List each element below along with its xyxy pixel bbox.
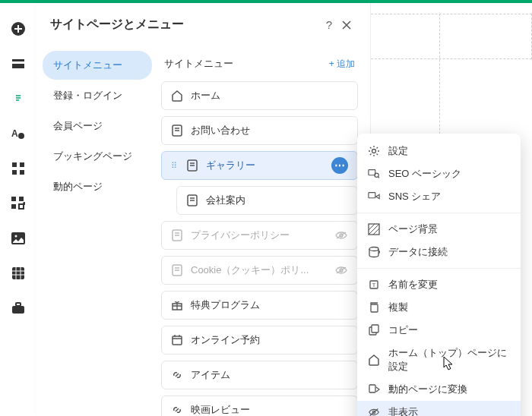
context-menu-label: 複製: [388, 301, 408, 314]
context-menu-item[interactable]: SEO ベーシック: [357, 162, 521, 185]
context-menu-label: データに接続: [388, 245, 448, 259]
sidenav-item-dynamic[interactable]: 動的ページ: [43, 172, 152, 201]
page-icon: [186, 194, 198, 206]
left-iconbar: A: [0, 3, 36, 416]
svg-text:A: A: [11, 128, 18, 139]
context-menu-item[interactable]: SNS シェア: [357, 185, 521, 208]
page-item-label: アイテム: [191, 368, 230, 382]
svg-rect-38: [372, 325, 378, 332]
svg-rect-12: [11, 204, 16, 209]
data-icon: [368, 246, 380, 258]
add-page-button[interactable]: + 追加: [329, 58, 355, 71]
copy-icon: [368, 301, 380, 314]
pages-panel: サイトページとメニュー ? サイトメニュー 登録・ログイン 会員ページ ブッキン…: [36, 3, 371, 416]
gear-icon: [368, 145, 380, 157]
svg-rect-2: [12, 64, 24, 68]
context-menu-item[interactable]: 複製: [357, 296, 521, 319]
page-item[interactable]: オンライン予約: [161, 326, 358, 355]
svg-rect-1: [12, 59, 24, 61]
context-menu-label: 設定: [388, 144, 408, 158]
link-icon: [171, 369, 183, 381]
gift-icon: [171, 299, 183, 311]
seo-icon: [368, 168, 380, 180]
svg-point-15: [15, 235, 17, 238]
svg-rect-27: [173, 336, 182, 345]
svg-point-28: [372, 150, 376, 153]
link-icon: [171, 404, 183, 416]
share-icon: [368, 191, 380, 203]
addons-icon[interactable]: [11, 196, 26, 211]
svg-rect-10: [11, 197, 16, 201]
copy2-icon: [368, 324, 380, 336]
page-item-label: Cookie（クッキー）ポリ...: [191, 263, 309, 277]
page-item[interactable]: ⠿ギャラリー⋯: [161, 151, 358, 180]
sidenav-item-members[interactable]: 会員ページ: [43, 112, 152, 140]
data-icon[interactable]: [11, 266, 26, 281]
context-menu-item[interactable]: データに接続: [357, 241, 521, 263]
home-icon: [368, 354, 380, 366]
svg-point-33: [369, 247, 378, 251]
drag-handle-icon[interactable]: ⠿: [171, 163, 177, 168]
page-item[interactable]: アイテム: [161, 361, 358, 389]
page-item[interactable]: 会社案内: [176, 186, 358, 215]
apps-icon[interactable]: [11, 161, 26, 176]
page-item-label: プライバシーポリシー: [191, 228, 290, 242]
media-icon[interactable]: [11, 231, 26, 246]
calendar-icon: [171, 334, 183, 346]
page-more-button[interactable]: ⋯: [331, 157, 348, 174]
pages-icon[interactable]: [11, 91, 26, 106]
sidenav-item-signup[interactable]: 登録・ログイン: [43, 81, 152, 110]
svg-rect-6: [12, 162, 17, 167]
page-item[interactable]: 映画レビュー: [161, 396, 358, 416]
context-menu-item[interactable]: 設定: [357, 140, 521, 162]
page-item[interactable]: お問い合わせ: [161, 116, 358, 145]
help-button[interactable]: ?: [321, 15, 337, 34]
page-icon: [186, 159, 198, 172]
svg-rect-11: [19, 197, 24, 201]
context-menu-label: 非表示: [388, 405, 418, 416]
svg-point-5: [18, 133, 24, 139]
svg-rect-36: [371, 304, 378, 312]
context-menu-label: 動的ページに変換: [388, 383, 467, 396]
sidenav-item-booking[interactable]: ブッキングページ: [43, 142, 152, 171]
close-button[interactable]: [337, 17, 356, 33]
page-item[interactable]: ホーム: [161, 81, 358, 110]
svg-rect-29: [369, 170, 375, 175]
page-item[interactable]: 特典プログラム: [161, 291, 358, 320]
content-title: サイトメニュー: [164, 57, 329, 71]
sidenav-item-site-menu[interactable]: サイトメニュー: [43, 51, 152, 80]
sidenav: サイトメニュー 登録・ログイン 会員ページ ブッキングページ 動的ページ: [36, 45, 158, 416]
page-item[interactable]: プライバシーポリシー: [161, 221, 358, 250]
svg-rect-17: [12, 306, 24, 314]
page-icon: [171, 264, 183, 276]
bg-icon: [368, 223, 380, 235]
store-icon[interactable]: [11, 301, 26, 316]
dynamic-icon: [368, 383, 380, 396]
add-icon[interactable]: [11, 21, 26, 36]
rename-icon: T: [368, 279, 380, 291]
svg-text:T: T: [372, 282, 376, 288]
context-menu-label: SNS シェア: [388, 190, 441, 203]
context-menu-item[interactable]: コピー: [357, 319, 521, 342]
context-menu-item[interactable]: 動的ページに変換: [357, 378, 521, 401]
hidden-eye-icon[interactable]: [334, 231, 348, 240]
page-icon: [171, 229, 183, 241]
design-icon[interactable]: A: [11, 126, 26, 141]
layers-icon[interactable]: [11, 56, 26, 71]
context-menu: 設定SEO ベーシックSNS シェアページ背景データに接続T名前を変更複製コピー…: [357, 134, 521, 416]
page-item[interactable]: Cookie（クッキー）ポリ...: [161, 256, 358, 285]
panel-title: サイトページとメニュー: [50, 17, 321, 33]
context-menu-item[interactable]: ホーム（トップ）ページに設定: [357, 342, 521, 378]
page-item-label: 特典プログラム: [191, 298, 260, 312]
context-menu-item[interactable]: 非表示: [357, 401, 521, 416]
page-item-label: 会社案内: [206, 194, 245, 207]
svg-rect-31: [369, 193, 375, 198]
hidden-eye-icon[interactable]: [334, 266, 348, 275]
svg-rect-9: [20, 170, 24, 175]
page-item-label: オンライン予約: [191, 333, 260, 347]
page-icon: [171, 124, 183, 137]
context-menu-item[interactable]: T名前を変更: [357, 273, 521, 296]
content: サイトメニュー + 追加 ホームお問い合わせ⠿ギャラリー⋯会社案内プライバシーポ…: [158, 45, 370, 416]
context-menu-item[interactable]: ページ背景: [357, 218, 521, 241]
svg-rect-16: [12, 267, 24, 279]
